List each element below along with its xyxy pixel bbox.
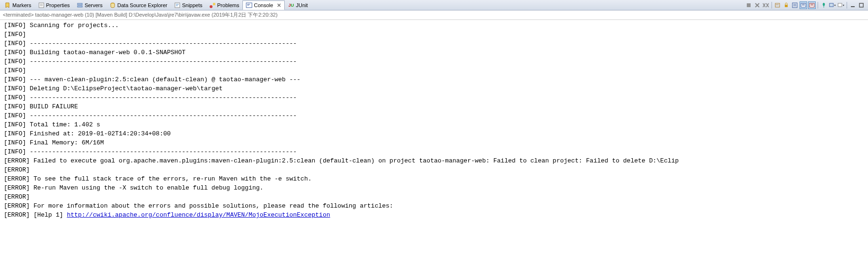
svg-rect-38	[859, 3, 863, 7]
console-toolbar	[745, 1, 867, 9]
open-console-icon[interactable]	[837, 1, 845, 9]
problems-icon	[209, 2, 216, 9]
tab-label: Properties	[46, 2, 70, 8]
log-level: [INFO]	[4, 148, 26, 155]
console-line: [INFO] ---------------------------------…	[4, 39, 864, 48]
word-wrap-icon[interactable]	[791, 1, 799, 9]
console-line: [INFO] Final Memory: 6M/16M	[4, 138, 864, 147]
console-line: [INFO] BUILD FAILURE	[4, 102, 864, 111]
tab-markers[interactable]: Markers	[1, 0, 35, 10]
svg-rect-35	[829, 3, 833, 7]
log-level: [INFO]	[4, 130, 26, 137]
log-level: [ERROR]	[4, 193, 30, 200]
log-text: ----------------------------------------…	[26, 148, 297, 155]
servers-icon	[77, 2, 83, 9]
console-line: [INFO] ---------------------------------…	[4, 57, 864, 66]
console-line: [INFO] Deleting D:\EclipseProject\taotao…	[4, 84, 864, 93]
svg-rect-16	[747, 3, 751, 7]
scroll-lock-icon[interactable]	[782, 1, 790, 9]
log-level: [INFO]	[4, 76, 26, 83]
toolbar-separator	[818, 2, 818, 9]
log-text: To see the full stack trace of the error…	[30, 175, 312, 182]
view-tab-bar: MarkersPropertiesServersData Source Expl…	[0, 0, 868, 10]
console-line: [INFO] Scanning for projects...	[4, 21, 864, 30]
log-level: [INFO]	[4, 94, 26, 101]
minimize-icon[interactable]	[849, 1, 857, 9]
svg-rect-25	[785, 5, 788, 7]
console-line: [INFO] ---------------------------------…	[4, 93, 864, 102]
log-level: [ERROR]	[4, 157, 30, 164]
log-text: ----------------------------------------…	[26, 58, 297, 65]
tab-label: Snippets	[182, 2, 203, 8]
tab-servers[interactable]: Servers	[73, 0, 106, 10]
tab-problems[interactable]: Problems	[206, 0, 242, 10]
log-text: --- maven-clean-plugin:2.5:clean (defaul…	[26, 76, 300, 83]
console-line: [ERROR]	[4, 165, 864, 174]
svg-rect-3	[77, 3, 82, 5]
console-line: [ERROR] [Help 1] http://cwiki.apache.org…	[4, 210, 864, 219]
tab-label: Problems	[217, 2, 239, 8]
log-text: Deleting D:\EclipseProject\taotao-manage…	[26, 85, 222, 92]
svg-rect-36	[838, 3, 842, 7]
svg-rect-26	[792, 3, 797, 8]
console-line: [INFO] Total time: 1.402 s	[4, 120, 864, 129]
log-text: Scanning for projects...	[26, 22, 119, 29]
log-level: [INFO]	[4, 85, 26, 92]
console-output[interactable]: [INFO] Scanning for projects...[INFO][IN…	[0, 20, 868, 220]
markers-icon	[4, 2, 11, 9]
log-text: ----------------------------------------…	[26, 40, 297, 47]
log-text: For more information about the errors an…	[30, 202, 394, 209]
log-level: [ERROR]	[4, 184, 30, 191]
log-link[interactable]: http://cwiki.apache.org/confluence/displ…	[67, 211, 330, 219]
display-selected-console-icon[interactable]	[829, 1, 836, 9]
log-text: BUILD FAILURE	[26, 103, 78, 110]
tab-data-source-explorer[interactable]: Data Source Explorer	[106, 0, 171, 10]
pin-console-icon[interactable]	[820, 1, 828, 9]
console-status-line: <terminated> taotao-manager-web (10) [Ma…	[0, 10, 868, 20]
tab-label: Markers	[12, 2, 31, 8]
log-text: Finished at: 2019-01-02T14:20:34+08:00	[26, 130, 171, 137]
remove-launch-icon[interactable]	[753, 1, 761, 9]
console-line: [ERROR] Failed to execute goal org.apach…	[4, 156, 864, 165]
clear-console-icon[interactable]	[774, 1, 781, 9]
tab-snippets[interactable]: Snippets	[171, 0, 206, 10]
tab-label: JUnit	[296, 2, 308, 8]
svg-rect-6	[175, 3, 180, 8]
log-level: [INFO]	[4, 139, 26, 146]
log-level: [INFO]	[4, 49, 26, 56]
show-console-on-error-icon[interactable]	[808, 1, 816, 9]
log-level: [INFO]	[4, 112, 26, 119]
log-text: ----------------------------------------…	[26, 94, 297, 101]
show-console-on-output-icon[interactable]	[800, 1, 807, 9]
svg-point-9	[210, 5, 212, 8]
tab-console[interactable]: Console	[242, 0, 284, 10]
console-icon	[246, 2, 252, 9]
tab-junit[interactable]: JUJUnit	[285, 0, 311, 10]
console-line: [ERROR] Re-run Maven using the -X switch…	[4, 183, 864, 192]
console-line: [INFO] Finished at: 2019-01-02T14:20:34+…	[4, 129, 864, 138]
maximize-icon[interactable]	[858, 1, 865, 9]
console-line: [INFO] --- maven-clean-plugin:2.5:clean …	[4, 75, 864, 84]
remove-all-launches-icon[interactable]	[762, 1, 770, 9]
tab-label: Data Source Explorer	[117, 2, 167, 8]
junit-icon: JU	[288, 2, 295, 9]
toolbar-separator	[847, 2, 847, 9]
log-text: Final Memory: 6M/16M	[26, 139, 104, 146]
close-icon[interactable]	[277, 3, 281, 8]
log-level: [ERROR]	[4, 166, 30, 173]
terminate-icon[interactable]	[745, 1, 752, 9]
console-line: [ERROR] For more information about the e…	[4, 201, 864, 210]
log-text: ----------------------------------------…	[26, 112, 297, 119]
properties-icon	[38, 2, 45, 9]
log-level: [INFO]	[4, 40, 26, 47]
log-level: [INFO]	[4, 67, 26, 74]
console-line: [ERROR]	[4, 192, 864, 201]
console-line: [INFO] ---------------------------------…	[4, 147, 864, 156]
tab-properties[interactable]: Properties	[35, 0, 73, 10]
log-text: Re-run Maven using the -X switch to enab…	[30, 184, 263, 191]
log-text: [Help 1]	[30, 211, 67, 219]
console-line: [INFO] Building taotao-manager-web 0.0.1…	[4, 48, 864, 57]
log-level: [ERROR]	[4, 202, 30, 209]
console-line: [INFO]	[4, 30, 864, 39]
console-line: [ERROR] To see the full stack trace of t…	[4, 174, 864, 183]
